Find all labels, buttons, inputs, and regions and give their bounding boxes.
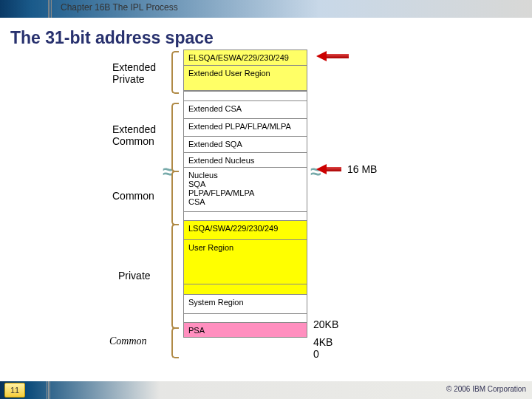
- brace-common2: [171, 327, 179, 358]
- copyright-text: © 2006 IBM Corporation: [446, 385, 526, 393]
- seg-ext-nucleus: Extended Nucleus: [183, 153, 307, 168]
- label-4kb: 4KB: [313, 336, 332, 348]
- seg-psa: PSA: [183, 323, 307, 338]
- label-private: Private: [118, 270, 151, 282]
- slide-footer: 11 © 2006 IBM Corporation: [0, 381, 532, 399]
- diagram-stage: ELSQA/ESWA/229/230/249 Extended User Reg…: [0, 50, 532, 378]
- seg-gap-3: [183, 284, 307, 295]
- seg-nucleus-group: Nucleus SQA PLPA/FLPA/MLPA CSA: [183, 168, 307, 212]
- label-ext-common: Extended Common: [112, 123, 156, 147]
- seg-system-region: System Region: [183, 295, 307, 314]
- seg-ext-user-region: Extended User Region: [183, 66, 307, 91]
- page-number-badge: 11: [4, 383, 25, 398]
- seg-gap-1: [183, 91, 307, 101]
- label-common: Common: [112, 190, 154, 202]
- label-zero: 0: [313, 348, 319, 360]
- brace-private: [171, 224, 179, 329]
- slide-title: The 31-bit address space: [10, 28, 532, 48]
- brace-ext-common: [171, 103, 179, 172]
- seg-lsqa: LSQA/SWA/229/230/249: [183, 221, 307, 240]
- brace-ext-private: [171, 51, 179, 94]
- wave-break-left: ≈: [163, 160, 170, 183]
- seg-ext-sqa: Extended SQA: [183, 137, 307, 153]
- header-vbars: [48, 0, 52, 18]
- seg-ext-csa: Extended CSA: [183, 101, 307, 119]
- seg-user-region: User Region: [183, 240, 307, 284]
- seg-gap-2: [183, 212, 307, 221]
- label-20kb: 20KB: [313, 318, 338, 330]
- brace-common: [171, 171, 179, 225]
- label-common2: Common: [109, 335, 147, 347]
- chapter-label: Chapter 16B The IPL Process: [61, 2, 178, 13]
- slide-header: Chapter 16B The IPL Process: [0, 0, 532, 18]
- label-ext-private: Extended Private: [112, 61, 156, 85]
- seg-ext-plpa: Extended PLPA/FLPA/MLPA: [183, 119, 307, 137]
- label-16mb: 16 MB: [347, 163, 377, 175]
- footer-vbars: [47, 381, 51, 399]
- address-space-column: ELSQA/ESWA/229/230/249 Extended User Reg…: [183, 50, 307, 338]
- arrow-top: [316, 52, 353, 61]
- seg-gap-4: [183, 314, 307, 323]
- arrow-16mb: [316, 165, 344, 174]
- seg-elsqa: ELSQA/ESWA/229/230/249: [183, 50, 307, 66]
